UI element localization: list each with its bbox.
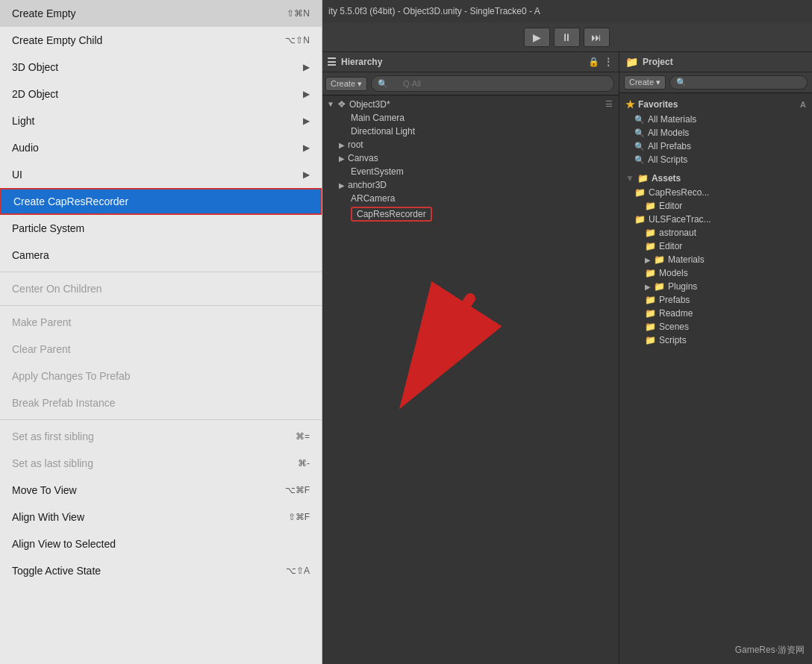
hierarchy-search-input[interactable] xyxy=(388,78,608,90)
menu-item-shortcut: ▶ xyxy=(303,89,310,99)
favorites-star-icon: ★ xyxy=(625,98,635,110)
red-arrow-annotation xyxy=(366,276,515,425)
menu-item-toggle-active[interactable]: Toggle Active State⌥⇧A xyxy=(0,557,322,584)
favorite-item[interactable]: 🔍All Models xyxy=(619,126,812,140)
hierarchy-item-capresrecorder[interactable]: CapResRecorder xyxy=(321,205,619,223)
favorites-header: ★ Favorites A xyxy=(619,96,812,113)
asset-item[interactable]: 📁Scenes xyxy=(619,320,812,333)
folder-icon: 📁 xyxy=(625,56,638,68)
title-bar: ity 5.5.0f3 (64bit) - Object3D.unity - S… xyxy=(321,0,812,22)
hierarchy-item-arcamera[interactable]: ARCamera xyxy=(321,192,619,205)
menu-item-align-view-to-selected[interactable]: Align View to Selected xyxy=(0,530,322,557)
folder-icon: 📁 xyxy=(645,322,656,332)
asset-item[interactable]: 📁Scripts xyxy=(619,333,812,347)
item-label: root xyxy=(348,140,363,150)
item-label: Directional Light xyxy=(351,126,415,137)
menu-item-create-empty[interactable]: Create Empty⇧⌘N xyxy=(0,0,322,27)
hierarchy-item-canvas[interactable]: ▶Canvas xyxy=(321,151,619,165)
asset-label: Prefabs xyxy=(659,295,690,305)
menu-item-2d-object[interactable]: 2D Object▶ xyxy=(0,81,322,107)
asset-label: Scripts xyxy=(659,335,687,345)
asset-label: Editor xyxy=(659,241,682,251)
menu-item-shortcut: ⇧⌘F xyxy=(288,512,310,522)
asset-item[interactable]: 📁astronaut xyxy=(619,226,812,239)
toolbar: ▶ ⏸ ⏭ xyxy=(321,22,812,52)
asset-label: Plugins xyxy=(668,281,697,292)
menu-item-label: Apply Changes To Prefab xyxy=(12,370,131,382)
menu-item-label: Break Prefab Instance xyxy=(12,397,116,409)
project-create-button[interactable]: Create ▾ xyxy=(624,75,666,90)
pause-button[interactable]: ⏸ xyxy=(554,28,580,47)
play-button[interactable]: ▶ xyxy=(524,28,550,47)
menu-item-label: Particle System xyxy=(12,222,84,234)
assets-label: Assets xyxy=(652,173,681,184)
hierarchy-root-item[interactable]: ▼ ❖ Object3D* ☰ xyxy=(321,97,619,111)
menu-item-move-to-view[interactable]: Move To View⌥⌘F xyxy=(0,477,322,504)
folder-icon: 📁 xyxy=(645,295,656,305)
menu-item-label: UI xyxy=(12,169,22,181)
menu-item-label: Align View to Selected xyxy=(12,538,116,550)
folder-icon: 📁 xyxy=(645,335,656,345)
menu-divider xyxy=(0,272,322,272)
menu-item-align-with-view[interactable]: Align With View⇧⌘F xyxy=(0,504,322,530)
svg-line-1 xyxy=(410,298,470,392)
hierarchy-item-anchor3d[interactable]: ▶anchor3D xyxy=(321,178,619,192)
menu-item-particle-system[interactable]: Particle System xyxy=(0,215,322,242)
hierarchy-menu-icon[interactable]: ⋮ xyxy=(604,57,613,67)
menu-item-label: Move To View xyxy=(12,484,77,496)
menu-item-audio[interactable]: Audio▶ xyxy=(0,134,322,161)
asset-item[interactable]: 📁Readme xyxy=(619,307,812,320)
menu-item-shortcut: ⌥⇧A xyxy=(286,566,310,576)
hierarchy-create-button[interactable]: Create ▾ xyxy=(325,77,367,91)
folder-icon: 📁 xyxy=(645,228,656,238)
root-menu-icon: ☰ xyxy=(605,99,613,109)
menu-item-3d-object[interactable]: 3D Object▶ xyxy=(0,54,322,81)
menu-item-shortcut: ⌘= xyxy=(296,431,310,442)
hierarchy-item-eventsystem[interactable]: EventSystem xyxy=(321,165,619,178)
asset-label: Editor xyxy=(659,201,682,211)
folder-icon: 📁 xyxy=(645,201,656,211)
asset-item[interactable]: 📁Prefabs xyxy=(619,293,812,307)
asset-label: ULSFaceTrac... xyxy=(649,214,711,225)
hierarchy-item-main-camera[interactable]: Main Camera xyxy=(321,111,619,125)
favorite-item[interactable]: 🔍All Scripts xyxy=(619,153,812,166)
asset-item[interactable]: 📁Editor xyxy=(619,199,812,213)
menu-item-label: Align With View xyxy=(12,511,84,523)
asset-item[interactable]: ▶📁Plugins xyxy=(619,280,812,293)
project-search-icon: 🔍 xyxy=(676,78,687,87)
context-menu: Create Empty⇧⌘NCreate Empty Child⌥⇧N3D O… xyxy=(0,0,322,664)
favorite-label: All Prefabs xyxy=(648,141,691,151)
menu-item-make-parent: Make Parent xyxy=(0,309,322,336)
hierarchy-item-directional-light[interactable]: Directional Light xyxy=(321,125,619,138)
asset-item[interactable]: 📁Editor xyxy=(619,239,812,253)
favorite-item[interactable]: 🔍All Prefabs xyxy=(619,140,812,153)
menu-item-shortcut: ⌥⌘F xyxy=(285,485,310,495)
asset-label: Scenes xyxy=(659,322,689,332)
hierarchy-item-root[interactable]: ▶root xyxy=(321,138,619,151)
menu-item-shortcut: ▶ xyxy=(303,142,310,153)
menu-item-label: 2D Object xyxy=(12,88,58,100)
search-icon: 🔍 xyxy=(634,128,645,138)
search-icon: 🔍 xyxy=(634,115,645,125)
menu-item-create-empty-child[interactable]: Create Empty Child⌥⇧N xyxy=(0,27,322,54)
menu-item-create-capresrecorder[interactable]: Create CapResRecorder xyxy=(0,188,322,215)
menu-item-break-prefab: Break Prefab Instance xyxy=(0,389,322,416)
asset-item[interactable]: ▶📁Materials xyxy=(619,253,812,266)
menu-item-label: Audio xyxy=(12,142,39,154)
step-button[interactable]: ⏭ xyxy=(584,28,610,47)
asset-item[interactable]: 📁ULSFaceTrac... xyxy=(619,213,812,226)
menu-item-label: Create Empty xyxy=(12,7,76,19)
folder-icon: 📁 xyxy=(654,281,665,292)
folder-icon: 📁 xyxy=(654,254,665,265)
menu-item-ui[interactable]: UI▶ xyxy=(0,161,322,188)
item-label: ARCamera xyxy=(351,193,395,204)
favorite-item[interactable]: 🔍All Materials xyxy=(619,113,812,126)
asset-item[interactable]: 📁Models xyxy=(619,266,812,280)
menu-item-label: Clear Parent xyxy=(12,343,71,355)
project-content: ★ Favorites A 🔍All Materials🔍All Models🔍… xyxy=(619,93,812,664)
menu-item-light[interactable]: Light▶ xyxy=(0,107,322,134)
asset-item[interactable]: 📁CapResReco... xyxy=(619,186,812,199)
hierarchy-title: Hierarchy xyxy=(341,57,382,67)
menu-item-camera[interactable]: Camera xyxy=(0,242,322,269)
expand-arrow-icon: ▶ xyxy=(339,181,345,190)
